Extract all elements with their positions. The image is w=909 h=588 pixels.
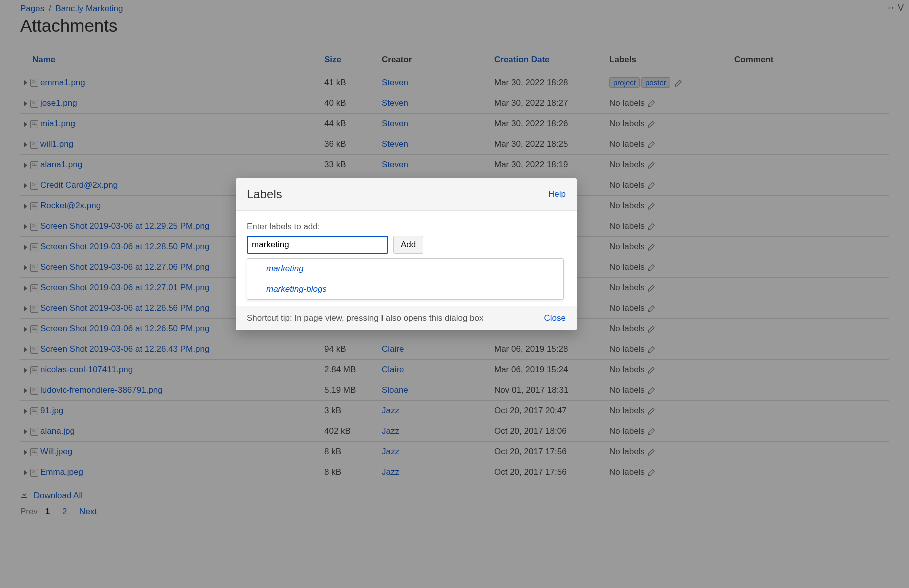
dialog-footer: Shortcut tip: In page view, pressing l a… [236,306,577,330]
dialog-body: Enter labels to add: Add marketing marke… [236,211,577,306]
suggestion-item[interactable]: marketing [247,259,563,279]
labels-dialog: Labels Help Enter labels to add: Add mar… [236,178,577,330]
dialog-prompt: Enter labels to add: [247,222,566,232]
dialog-tip: Shortcut tip: In page view, pressing l a… [247,314,483,324]
dialog-header: Labels Help [236,178,577,211]
label-suggestions: marketing marketing-blogs [247,258,564,300]
dialog-close-link[interactable]: Close [544,314,566,324]
suggestion-item[interactable]: marketing-blogs [247,279,563,300]
add-button[interactable]: Add [393,236,423,254]
dialog-help-link[interactable]: Help [548,190,566,200]
label-input[interactable] [247,236,388,254]
dialog-title: Labels [247,188,282,202]
